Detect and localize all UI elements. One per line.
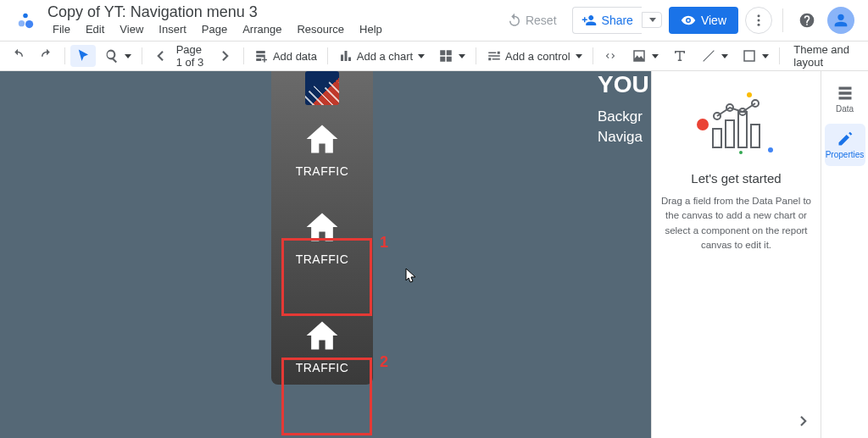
arrow-left-icon bbox=[153, 48, 168, 64]
side-rail: Data Properties bbox=[821, 71, 868, 438]
caret-down-icon bbox=[721, 54, 728, 58]
theme-layout-button[interactable]: Theme and layout bbox=[793, 43, 865, 69]
help-icon bbox=[798, 12, 815, 29]
undo-button[interactable] bbox=[5, 45, 31, 67]
reset-label: Reset bbox=[526, 14, 557, 27]
code-icon bbox=[603, 48, 618, 64]
view-button[interactable]: View bbox=[669, 7, 738, 34]
svg-point-0 bbox=[23, 13, 28, 18]
annotation-number-2: 2 bbox=[380, 353, 388, 371]
undo-reset-icon bbox=[507, 13, 522, 28]
rail-properties-tab[interactable]: Properties bbox=[825, 124, 865, 166]
nav-menu-component[interactable]: TRAFFIC TRAFFIC TRAFFIC bbox=[271, 71, 373, 385]
canvas-title-fragment: YOU bbox=[598, 71, 649, 98]
menu-page[interactable]: Page bbox=[195, 21, 234, 37]
caret-down-icon bbox=[125, 54, 131, 58]
text-button[interactable] bbox=[667, 45, 693, 67]
report-canvas[interactable]: TRAFFIC TRAFFIC TRAFFIC 1 2 YOU Backgr N… bbox=[0, 71, 651, 438]
share-dropdown[interactable] bbox=[642, 12, 662, 28]
pencil-icon bbox=[837, 130, 854, 147]
svg-rect-13 bbox=[751, 125, 760, 147]
zoom-icon bbox=[104, 48, 120, 64]
caret-down-icon bbox=[459, 54, 465, 58]
more-options-button[interactable] bbox=[745, 7, 772, 34]
panel-body-text: Drag a field from the Data Panel to the … bbox=[660, 194, 812, 252]
line-button[interactable] bbox=[696, 45, 733, 67]
rail-data-tab[interactable]: Data bbox=[825, 78, 865, 120]
text-icon bbox=[672, 48, 687, 64]
pointer-icon bbox=[75, 48, 91, 64]
chevron-right-icon bbox=[796, 413, 811, 429]
view-label: View bbox=[701, 14, 726, 27]
menu-resource[interactable]: Resource bbox=[290, 21, 351, 37]
menu-view[interactable]: View bbox=[113, 21, 150, 37]
prev-page-button[interactable] bbox=[147, 45, 173, 67]
help-button[interactable] bbox=[793, 7, 821, 34]
separator bbox=[243, 47, 244, 64]
caret-down-icon bbox=[762, 54, 769, 58]
report-logo-icon bbox=[305, 71, 339, 105]
add-data-label: Add data bbox=[273, 50, 317, 63]
next-page-button[interactable] bbox=[213, 45, 238, 67]
panel-title: Let's get started bbox=[691, 171, 781, 186]
select-tool[interactable] bbox=[70, 45, 96, 67]
separator bbox=[782, 8, 783, 32]
share-button[interactable]: Share bbox=[572, 7, 642, 34]
svg-point-5 bbox=[758, 23, 760, 25]
separator bbox=[64, 47, 65, 64]
add-data-button[interactable]: Add data bbox=[249, 45, 322, 67]
properties-panel: Let's get started Drag a field from the … bbox=[651, 71, 821, 438]
shape-icon bbox=[742, 48, 757, 64]
svg-rect-10 bbox=[713, 129, 721, 147]
person-icon bbox=[832, 11, 850, 30]
app-header: Copy of YT: Navigation menu 3 File Edit … bbox=[0, 0, 868, 41]
selection-box-1[interactable] bbox=[281, 238, 372, 316]
svg-rect-12 bbox=[738, 112, 747, 147]
main-area: TRAFFIC TRAFFIC TRAFFIC 1 2 YOU Backgr N… bbox=[0, 71, 868, 438]
selection-box-2[interactable] bbox=[281, 358, 372, 435]
svg-point-2 bbox=[25, 20, 33, 28]
image-button[interactable] bbox=[626, 45, 664, 67]
separator bbox=[779, 47, 780, 64]
collapse-panel-button[interactable] bbox=[793, 411, 814, 431]
menu-bar: File Edit View Insert Page Arrange Resou… bbox=[44, 21, 498, 37]
account-avatar[interactable] bbox=[827, 7, 854, 34]
menu-file[interactable]: File bbox=[46, 21, 77, 37]
url-embed-button[interactable] bbox=[598, 45, 623, 67]
shape-button[interactable] bbox=[737, 45, 774, 67]
rail-properties-label: Properties bbox=[826, 150, 865, 159]
reset-button[interactable]: Reset bbox=[498, 8, 565, 33]
zoom-tool[interactable] bbox=[99, 45, 136, 67]
mouse-cursor-icon bbox=[405, 268, 417, 283]
add-chart-button[interactable]: Add a chart bbox=[333, 45, 431, 67]
menu-help[interactable]: Help bbox=[353, 21, 389, 37]
rail-data-label: Data bbox=[836, 104, 854, 114]
document-title[interactable]: Copy of YT: Navigation menu 3 bbox=[44, 3, 498, 21]
redo-button[interactable] bbox=[34, 45, 59, 67]
redo-icon bbox=[39, 48, 54, 64]
svg-point-6 bbox=[697, 119, 709, 130]
separator bbox=[327, 47, 328, 64]
arrow-right-icon bbox=[218, 48, 233, 64]
eye-icon bbox=[681, 13, 696, 28]
looker-studio-logo-icon[interactable] bbox=[14, 8, 37, 32]
image-icon bbox=[632, 48, 647, 64]
share-group: Share bbox=[572, 7, 662, 34]
page-indicator[interactable]: Page 1 of 3 bbox=[176, 43, 209, 69]
get-started-illustration-icon bbox=[686, 86, 787, 163]
add-control-label: Add a control bbox=[505, 50, 570, 63]
caret-down-icon bbox=[649, 18, 656, 22]
svg-point-7 bbox=[747, 92, 752, 97]
separator bbox=[142, 47, 142, 64]
nav-item-label: TRAFFIC bbox=[296, 164, 349, 178]
chart-icon bbox=[338, 48, 353, 64]
community-visualizations-button[interactable] bbox=[433, 45, 470, 67]
add-control-button[interactable]: Add a control bbox=[481, 45, 587, 67]
menu-arrange[interactable]: Arrange bbox=[236, 21, 288, 37]
menu-insert[interactable]: Insert bbox=[152, 21, 193, 37]
separator bbox=[476, 47, 476, 64]
share-label: Share bbox=[602, 14, 633, 27]
canvas-text-fragment-1: Backgr bbox=[598, 108, 643, 125]
nav-item-traffic-1[interactable]: TRAFFIC bbox=[271, 105, 373, 188]
menu-edit[interactable]: Edit bbox=[79, 21, 111, 37]
